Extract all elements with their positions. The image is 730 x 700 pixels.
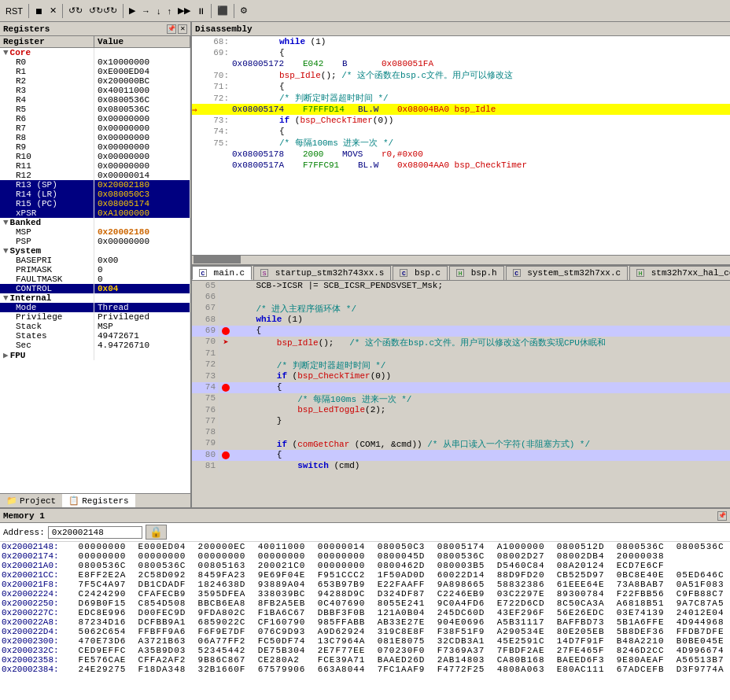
register-row-xpsr[interactable]: xPSR 0xA1000000 xyxy=(0,208,190,218)
project-tab[interactable]: 📁 Project xyxy=(0,494,62,507)
register-col-header: Register xyxy=(0,36,94,47)
disassembly-hscrollbar[interactable] xyxy=(192,255,730,264)
memory-panel-header: Memory 1 📌 xyxy=(0,509,730,523)
register-row-r11[interactable]: R11 0x00000000 xyxy=(0,161,190,171)
tab-bsp-h[interactable]: H bsp.h xyxy=(449,266,504,280)
src-bp-73[interactable] xyxy=(219,371,232,382)
system-expand-icon: ▼ xyxy=(3,246,9,256)
register-row-r6[interactable]: R6 0x00000000 xyxy=(0,114,190,123)
register-row-r7[interactable]: R7 0x00000000 xyxy=(0,123,190,133)
mem-bytes-12: FE576CAE CFFA2AF2 9B86C867 CE280A2 FCE39… xyxy=(72,655,728,665)
step-over-button[interactable]: ↓ xyxy=(154,2,164,20)
current-line-arrow: ➤ xyxy=(223,337,228,348)
register-row-r3[interactable]: R3 0x40011000 xyxy=(0,86,190,95)
step-out-button[interactable]: ↑ xyxy=(165,2,175,20)
value-col-header: Value xyxy=(94,36,190,47)
banked-group-label: Banked xyxy=(10,218,42,227)
disassembly-hscrollbar-thumb[interactable] xyxy=(194,256,241,263)
register-group-system[interactable]: ▼ System xyxy=(0,246,190,256)
register-row-r8[interactable]: R8 0x00000000 xyxy=(0,133,190,142)
step-into-button[interactable]: → xyxy=(139,2,153,20)
src-bp-70[interactable]: ➤ xyxy=(219,337,232,348)
dis-arrow-69 xyxy=(192,48,205,57)
src-bp-72[interactable] xyxy=(219,359,232,371)
register-row-r14[interactable]: R14 (LR) 0x080050C3 xyxy=(0,190,190,199)
tab-system-c[interactable]: C system_stm32h7xx.c xyxy=(506,266,628,280)
step-back2-button[interactable]: ↺↻↺↻ xyxy=(87,2,120,20)
src-bp-80[interactable] xyxy=(219,450,232,461)
register-row-r5[interactable]: R5 0x0800536C xyxy=(0,105,190,114)
src-bp-75[interactable] xyxy=(219,393,232,405)
register-group-banked[interactable]: ▼ Banked xyxy=(0,218,190,227)
src-bp-77[interactable] xyxy=(219,416,232,427)
src-bp-76[interactable] xyxy=(219,405,232,416)
src-line-70: 70 ➤ bsp_Idle(); /* 这个函数在bsp.c文件。用户可以修改这… xyxy=(192,337,730,348)
tab-bsp-c[interactable]: C bsp.c xyxy=(393,266,448,280)
src-code-68: while (1) xyxy=(232,315,730,326)
registers-tab[interactable]: 📋 Registers xyxy=(62,494,135,507)
tab-hal-conf-label: stm32h7xx_hal_conf.h xyxy=(651,268,730,278)
mem-bytes-4: 7F5C4A97 DB1CDADF 1824638D 93889A04 653B… xyxy=(72,580,728,589)
registers-bottom-tabs: 📁 Project 📋 Registers xyxy=(0,493,190,507)
register-row-states[interactable]: States 49472671 xyxy=(0,331,190,341)
register-row-basepri[interactable]: BASEPRI 0x00 xyxy=(0,256,190,265)
tab-hal-conf[interactable]: H stm32h7xx_hal_conf.h xyxy=(629,266,730,280)
fpu-group-label: FPU xyxy=(10,351,26,360)
address-input[interactable] xyxy=(48,526,142,539)
register-row-r10[interactable]: R10 0x00000000 xyxy=(0,152,190,161)
registers-close-button[interactable]: ✕ xyxy=(178,24,187,34)
register-row-r9[interactable]: R9 0x00000000 xyxy=(0,142,190,152)
tab-startup[interactable]: S startup_stm32h743xx.s xyxy=(253,266,391,280)
close-button[interactable]: ✕ xyxy=(47,2,59,20)
src-code-65: SCB->ICSR |= SCB_ICSR_PENDSVSET_Msk; xyxy=(232,281,730,292)
src-bp-66[interactable] xyxy=(219,292,232,303)
settings-button[interactable]: ⚙ xyxy=(238,2,250,20)
register-row-stack[interactable]: Stack MSP xyxy=(0,322,190,331)
src-bp-74[interactable] xyxy=(219,382,232,393)
src-code-66 xyxy=(232,292,730,303)
src-bp-78[interactable] xyxy=(219,427,232,438)
src-bp-81[interactable] xyxy=(219,461,232,472)
register-row-control[interactable]: CONTROL 0x04 xyxy=(0,284,190,293)
breakpoint-button[interactable]: ⬛ xyxy=(215,2,230,20)
register-row-r15[interactable]: R15 (PC) 0x08005174 xyxy=(0,199,190,208)
register-row-r0[interactable]: R0 0x10000000 xyxy=(0,57,190,67)
register-row-primask[interactable]: PRIMASK 0 xyxy=(0,265,190,274)
register-row-r4[interactable]: R4 0x0800536C xyxy=(0,95,190,105)
register-row-r2[interactable]: R2 0x200000BC xyxy=(0,76,190,86)
lock-button[interactable]: 🔒 xyxy=(146,525,167,540)
register-row-sec[interactable]: Sec 4.94726710 xyxy=(0,341,190,350)
src-bp-68[interactable] xyxy=(219,315,232,326)
register-row-privilege[interactable]: Privilege Privileged xyxy=(0,312,190,322)
src-line-66: 66 xyxy=(192,292,730,303)
src-bp-69[interactable] xyxy=(219,326,232,337)
register-group-core[interactable]: ▼ Core xyxy=(0,48,190,57)
src-bp-79[interactable] xyxy=(219,438,232,450)
step-back-button[interactable]: ↺↻ xyxy=(66,2,85,20)
register-row-r13[interactable]: R13 (SP) 0x20002180 xyxy=(0,180,190,190)
register-row-psp[interactable]: PSP 0x00000000 xyxy=(0,237,190,246)
dis-text-68: while (1) xyxy=(232,37,730,46)
register-row-msp[interactable]: MSP 0x20002180 xyxy=(0,227,190,237)
run-to-button[interactable]: ▶▶ xyxy=(175,2,193,20)
src-bp-71[interactable] xyxy=(219,348,232,359)
src-bp-67[interactable] xyxy=(219,303,232,315)
core-group-label: Core xyxy=(10,48,31,57)
register-row-r12[interactable]: R12 0x00000014 xyxy=(0,171,190,180)
mem-bytes-3: E8FF2E2A 2C58D092 8459FA23 9E69F04E F951… xyxy=(72,570,728,580)
mem-addr-5: 0x20002224: xyxy=(2,589,72,599)
register-row-faultmask[interactable]: FAULTMASK 0 xyxy=(0,274,190,284)
tab-main-c[interactable]: C main.c xyxy=(192,266,252,280)
src-line-71: 71 xyxy=(192,348,730,359)
run-button[interactable]: ▶ xyxy=(127,2,138,20)
registers-pin-button[interactable]: 📌 xyxy=(167,24,176,34)
register-group-fpu[interactable]: ▶ FPU xyxy=(0,350,190,360)
dis-arrow-current: ⇒ xyxy=(192,105,205,115)
rst-button[interactable]: RST xyxy=(3,2,25,20)
memory-pin-button[interactable]: 📌 xyxy=(717,511,727,521)
stop-button[interactable]: ⏹ xyxy=(32,2,46,20)
pause-button[interactable]: ⏸ xyxy=(194,2,208,20)
register-row-r1[interactable]: R1 0xE000ED04 xyxy=(0,67,190,76)
src-bp-65[interactable] xyxy=(219,281,232,292)
register-group-internal[interactable]: ▼ Internal xyxy=(0,293,190,303)
